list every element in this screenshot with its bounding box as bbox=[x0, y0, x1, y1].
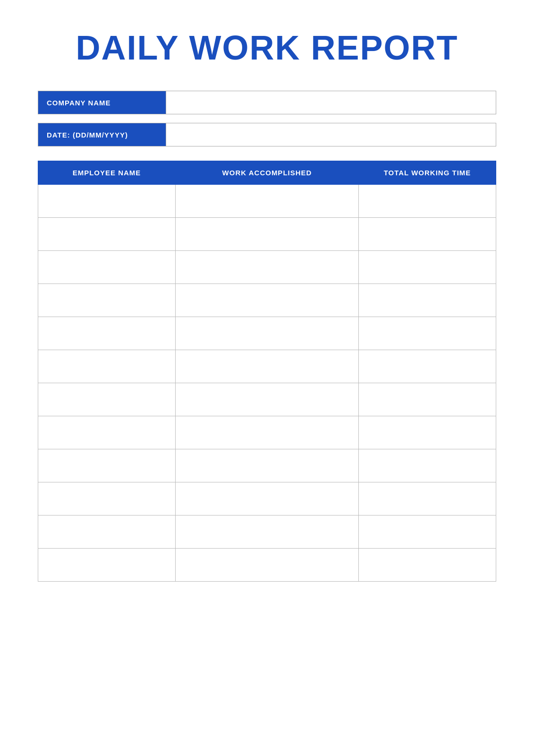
work-cell[interactable] bbox=[176, 482, 359, 515]
col-header-employee: EMPLOYEE NAME bbox=[38, 161, 176, 185]
employee-cell[interactable] bbox=[38, 549, 176, 582]
table-row[interactable] bbox=[38, 383, 496, 416]
work-cell[interactable] bbox=[176, 383, 359, 416]
work-cell[interactable] bbox=[176, 549, 359, 582]
table-header-row: EMPLOYEE NAME WORK ACCOMPLISHED TOTAL WO… bbox=[38, 161, 496, 185]
time-cell[interactable] bbox=[359, 482, 496, 515]
work-cell[interactable] bbox=[176, 251, 359, 284]
time-cell[interactable] bbox=[359, 185, 496, 218]
table-row[interactable] bbox=[38, 416, 496, 449]
employee-cell[interactable] bbox=[38, 317, 176, 350]
table-row[interactable] bbox=[38, 515, 496, 549]
employee-cell[interactable] bbox=[38, 482, 176, 515]
time-cell[interactable] bbox=[359, 449, 496, 482]
time-cell[interactable] bbox=[359, 383, 496, 416]
time-cell[interactable] bbox=[359, 416, 496, 449]
table-row[interactable] bbox=[38, 350, 496, 383]
company-row: COMPANY NAME bbox=[38, 91, 496, 114]
work-cell[interactable] bbox=[176, 416, 359, 449]
work-cell[interactable] bbox=[176, 515, 359, 549]
employee-cell[interactable] bbox=[38, 251, 176, 284]
employee-cell[interactable] bbox=[38, 350, 176, 383]
time-cell[interactable] bbox=[359, 251, 496, 284]
employee-cell[interactable] bbox=[38, 284, 176, 317]
employee-cell[interactable] bbox=[38, 515, 176, 549]
date-row: DATE: (DD/MM/YYYY) bbox=[38, 123, 496, 146]
work-cell[interactable] bbox=[176, 449, 359, 482]
work-cell[interactable] bbox=[176, 185, 359, 218]
time-cell[interactable] bbox=[359, 350, 496, 383]
company-value[interactable] bbox=[166, 91, 496, 114]
time-cell[interactable] bbox=[359, 549, 496, 582]
table-row[interactable] bbox=[38, 251, 496, 284]
employee-cell[interactable] bbox=[38, 218, 176, 251]
work-cell[interactable] bbox=[176, 218, 359, 251]
table-row[interactable] bbox=[38, 482, 496, 515]
employee-cell[interactable] bbox=[38, 383, 176, 416]
table-row[interactable] bbox=[38, 185, 496, 218]
table-row[interactable] bbox=[38, 218, 496, 251]
work-cell[interactable] bbox=[176, 317, 359, 350]
table-row[interactable] bbox=[38, 549, 496, 582]
time-cell[interactable] bbox=[359, 317, 496, 350]
work-cell[interactable] bbox=[176, 350, 359, 383]
table-row[interactable] bbox=[38, 284, 496, 317]
time-cell[interactable] bbox=[359, 218, 496, 251]
employee-cell[interactable] bbox=[38, 416, 176, 449]
time-cell[interactable] bbox=[359, 515, 496, 549]
col-header-work: WORK ACCOMPLISHED bbox=[176, 161, 359, 185]
employee-cell[interactable] bbox=[38, 449, 176, 482]
col-header-time: TOTAL WORKING TIME bbox=[359, 161, 496, 185]
report-page: DAILY WORK REPORT COMPANY NAME DATE: (DD… bbox=[0, 0, 534, 756]
info-section: COMPANY NAME DATE: (DD/MM/YYYY) bbox=[38, 91, 496, 146]
work-table: EMPLOYEE NAME WORK ACCOMPLISHED TOTAL WO… bbox=[38, 161, 496, 582]
work-cell[interactable] bbox=[176, 284, 359, 317]
table-row[interactable] bbox=[38, 317, 496, 350]
report-title: DAILY WORK REPORT bbox=[38, 28, 496, 67]
date-value[interactable] bbox=[166, 123, 496, 146]
employee-cell[interactable] bbox=[38, 185, 176, 218]
table-row[interactable] bbox=[38, 449, 496, 482]
time-cell[interactable] bbox=[359, 284, 496, 317]
date-label: DATE: (DD/MM/YYYY) bbox=[38, 123, 166, 146]
company-label: COMPANY NAME bbox=[38, 91, 166, 114]
